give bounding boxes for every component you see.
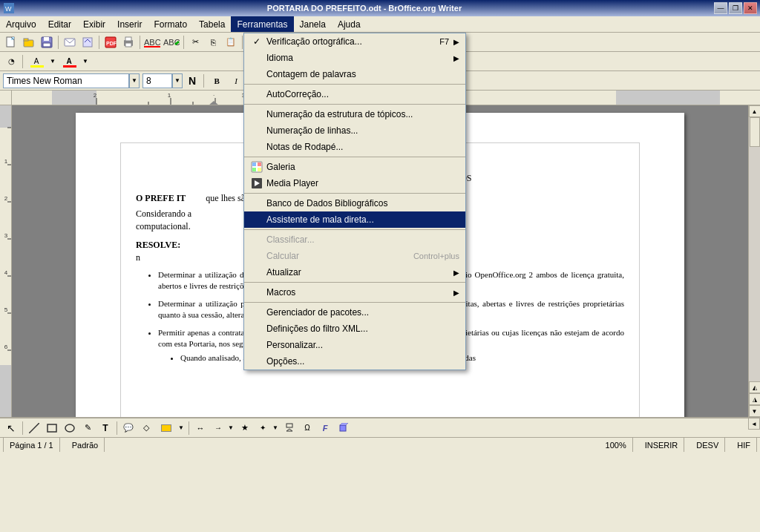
italic-button[interactable]: I [228,73,244,89]
menu-exibir[interactable]: Exibir [77,16,111,32]
fill-dropdown[interactable]: ▼ [177,420,186,436]
menu-janela[interactable]: Janela [294,16,332,32]
symbol-shapes[interactable]: ◇ [138,420,154,436]
page-up-button[interactable]: ◭ [749,381,761,393]
menu-atualizar[interactable]: Atualizar ▶ [244,264,465,280]
menu-notas-rodape[interactable]: Notas de Rodapé... [244,139,465,155]
callout-tool[interactable]: 💬 [120,420,137,436]
menu-arquivo[interactable]: Arquivo [0,16,42,32]
spellcheck-button[interactable]: ABC [143,34,161,50]
menu-opcoes[interactable]: Opções... [244,353,465,370]
separator-2 [99,36,99,49]
scroll-left-button[interactable]: ◄ [748,418,760,430]
svg-text:2: 2 [4,195,7,202]
close-button[interactable]: ✕ [744,2,757,14]
menu-macros[interactable]: Macros ▶ [244,284,465,301]
minimize-button[interactable]: — [714,2,727,14]
fill-color-button[interactable] [156,420,177,436]
ferramentas-dropdown: ✓ Verificação ortográfica... F7 ▶ Idioma… [243,33,466,370]
print-button[interactable] [120,34,137,50]
select-tool[interactable]: ↖ [3,420,19,436]
separator-3 [140,36,140,49]
ellipse-tool[interactable] [62,420,78,436]
line-tool[interactable] [26,420,42,436]
email-button[interactable] [62,34,78,50]
menu-num-topicos[interactable]: Numeração da estrutura de tópicos... [244,106,465,122]
svg-text:1: 1 [168,92,171,99]
font-size-input[interactable]: 8 [142,73,172,88]
menu-contagem[interactable]: Contagem de palavras [244,66,465,82]
insert-mode[interactable]: INSERIR [639,438,685,452]
save-button[interactable] [39,34,55,50]
star-dropdown[interactable]: ▼ [271,420,280,436]
scrollbar-vertical[interactable]: ▲ ◭ ◮ ▼ [748,105,760,417]
freeform-tool[interactable]: ✎ [79,420,96,436]
font-color[interactable]: A [59,53,79,70]
svg-rect-8 [43,43,50,47]
cut-button[interactable]: ✂ [187,34,203,50]
menu-autocorrecao[interactable]: AutoCorreção... [244,86,465,102]
idioma-arrow: ▶ [453,54,459,62]
copy-button[interactable]: ⎘ [205,34,221,50]
menu-idioma[interactable]: Idioma ▶ [244,50,465,66]
arrow-dropdown[interactable]: ▼ [226,420,235,436]
restore-button[interactable]: ❐ [729,2,742,14]
style-info: Padrão [66,438,105,452]
menu-verificacao[interactable]: ✓ Verificação ortográfica... F7 ▶ [244,33,465,50]
highlight-dropdown[interactable]: ▼ [48,53,57,70]
scroll-track-v[interactable] [749,117,761,381]
stars-tool[interactable]: ★ [237,420,253,436]
menu-bar: Arquivo Editar Exibir Inserir Formato Ta… [0,16,760,33]
font-color-dropdown[interactable]: ▼ [81,53,90,70]
fontworks-button[interactable]: F [317,420,333,436]
menu-formato[interactable]: Formato [148,16,193,32]
menu-personalizar[interactable]: Personalizar... [244,337,465,353]
menu-media-player[interactable]: Media Player [244,175,465,191]
menu-assistente-mala[interactable]: Assistente de mala direta... [244,211,465,228]
paste-button[interactable]: 📋 [223,34,239,50]
menu-ferramentas[interactable]: Ferramentas [231,16,293,32]
highlight-color[interactable]: A [26,53,47,70]
page-down-button[interactable]: ◮ [749,393,761,405]
navigator-button[interactable]: ◔ [3,53,19,70]
rect-tool[interactable] [44,420,60,436]
font-size-dropdown[interactable]: ▼ [172,73,183,88]
menu-tabela[interactable]: Tabela [193,16,231,32]
contagem-icon [250,68,263,81]
new-button[interactable] [3,34,19,50]
hyphenation-mode[interactable]: HIF [731,438,757,452]
scroll-thumb-v[interactable] [750,117,760,147]
svg-rect-72 [252,168,256,171]
arrow-style-button[interactable]: → [210,420,226,436]
font-name-input[interactable]: Times New Roman [3,73,129,88]
autocorrect-button[interactable]: ABC [163,34,180,50]
menu-inserir[interactable]: Inserir [111,16,148,32]
star-style-btn[interactable]: ✦ [255,420,271,436]
export-pdf-button[interactable]: PDF [102,34,119,50]
menu-editar[interactable]: Editar [42,16,77,32]
bold-button[interactable]: B [209,73,225,89]
special-char-button[interactable]: Ω [299,420,315,436]
scroll-up-button[interactable]: ▲ [749,105,761,117]
menu-calcular: Calcular Control+plus [244,248,465,264]
open-button[interactable] [21,34,37,50]
selection-mode[interactable]: DESV [690,438,725,452]
font-name-dropdown[interactable]: ▼ [129,73,140,88]
xml-icon [250,322,263,335]
scroll-down-button[interactable]: ▼ [749,405,761,417]
menu-num-linhas[interactable]: Numeração de linhas... [244,122,465,139]
title-bar-title: PORTARIA DO PREFEITO.odt - BrOffice.org … [15,4,714,13]
extrusion-button[interactable] [335,420,351,436]
draw-sep3 [189,421,189,435]
flowchart-tool[interactable] [281,420,298,436]
svg-text:W: W [5,5,12,13]
menu-gerenciador[interactable]: Gerenciador de pacotes... [244,304,465,321]
menu-definicoes-xml[interactable]: Definições do filtro XML... [244,321,465,337]
edit-mode-button[interactable] [79,34,96,50]
svg-text:5: 5 [4,306,7,313]
menu-ajuda[interactable]: Ajuda [332,16,367,32]
text-tool[interactable]: T [97,420,114,436]
arrows-tool[interactable]: ↔ [192,420,209,436]
menu-galeria[interactable]: Galeria [244,159,465,175]
menu-banco-dados[interactable]: Banco de Dados Bibliográficos [244,195,465,211]
